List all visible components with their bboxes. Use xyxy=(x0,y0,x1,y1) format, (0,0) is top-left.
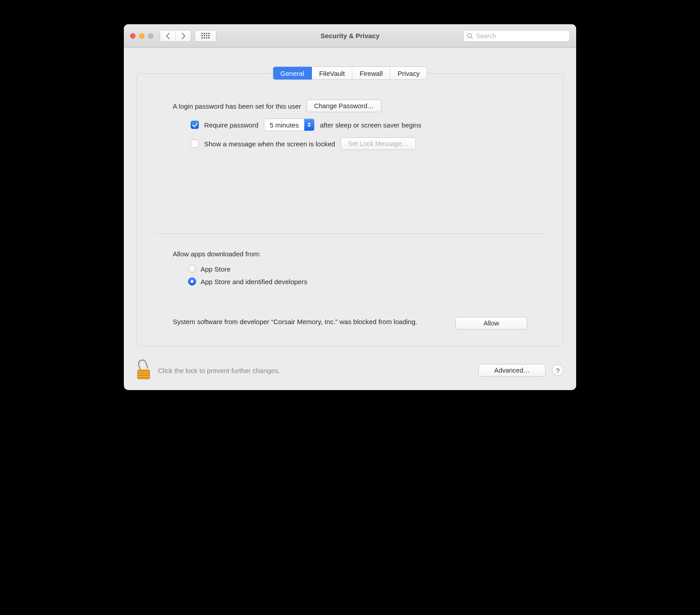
allow-apps-appstore-label: App Store xyxy=(201,265,231,273)
tab-general[interactable]: General xyxy=(273,67,311,79)
show-message-checkbox[interactable] xyxy=(191,140,199,148)
advanced-button[interactable]: Advanced… xyxy=(478,364,546,377)
show-message-label: Show a message when the screen is locked xyxy=(204,140,335,148)
require-password-suffix: after sleep or screen saver begins xyxy=(320,121,421,129)
tab-filevault[interactable]: FileVault xyxy=(311,67,352,79)
back-button[interactable] xyxy=(160,31,175,41)
allow-apps-identified-row: App Store and identified developers xyxy=(188,277,527,286)
show-all-segment xyxy=(195,30,216,42)
blocked-software-message: System software from developer “Corsair … xyxy=(173,317,445,326)
tab-firewall[interactable]: Firewall xyxy=(352,67,390,79)
close-window-button[interactable] xyxy=(130,33,136,39)
allow-apps-appstore-radio[interactable] xyxy=(188,265,196,273)
lock-help-text: Click the lock to prevent further change… xyxy=(158,367,280,374)
tabs: General FileVault Firewall Privacy xyxy=(136,66,564,80)
preferences-window: Security & Privacy General FileVault Fir… xyxy=(124,24,576,390)
login-password-text: A login password has been set for this u… xyxy=(173,102,301,110)
require-password-label: Require password xyxy=(204,121,258,129)
require-password-row: Require password 5 minutes after sleep o… xyxy=(191,119,527,131)
change-password-button[interactable]: Change Password… xyxy=(306,100,381,112)
minimize-window-button[interactable] xyxy=(139,33,144,39)
blocked-software-row: System software from developer “Corsair … xyxy=(173,317,527,329)
footer: Click the lock to prevent further change… xyxy=(124,355,576,390)
set-lock-message-button: Set Lock Message… xyxy=(341,137,416,150)
login-password-row: A login password has been set for this u… xyxy=(173,100,527,112)
general-panel: A login password has been set for this u… xyxy=(136,73,564,346)
window-controls xyxy=(130,33,153,39)
grid-icon xyxy=(201,33,210,39)
require-password-delay-value: 5 minutes xyxy=(264,121,304,129)
allow-button[interactable]: Allow xyxy=(455,317,527,329)
lock-icon[interactable] xyxy=(136,361,152,379)
search-input[interactable] xyxy=(463,30,570,42)
window-body: General FileVault Firewall Privacy A log… xyxy=(124,48,576,355)
zoom-window-button xyxy=(148,33,153,39)
allow-apps-identified-radio[interactable] xyxy=(188,277,196,286)
allow-apps-identified-label: App Store and identified developers xyxy=(201,278,307,286)
help-button[interactable]: ? xyxy=(552,365,564,376)
allow-apps-appstore-row: App Store xyxy=(188,265,527,273)
allow-apps-title: Allow apps downloaded from: xyxy=(173,250,527,258)
show-message-row: Show a message when the screen is locked… xyxy=(191,137,527,150)
search-wrap xyxy=(463,30,570,42)
require-password-checkbox[interactable] xyxy=(191,121,199,129)
require-password-delay-select[interactable]: 5 minutes xyxy=(264,119,315,131)
panel-divider xyxy=(155,233,545,234)
select-caret-icon xyxy=(304,119,314,131)
chevron-left-icon xyxy=(166,33,170,39)
tab-privacy[interactable]: Privacy xyxy=(390,67,427,79)
forward-button[interactable] xyxy=(175,31,191,41)
titlebar: Security & Privacy xyxy=(124,24,576,48)
chevron-right-icon xyxy=(181,33,185,39)
nav-segment xyxy=(160,30,191,42)
show-all-button[interactable] xyxy=(195,31,216,41)
